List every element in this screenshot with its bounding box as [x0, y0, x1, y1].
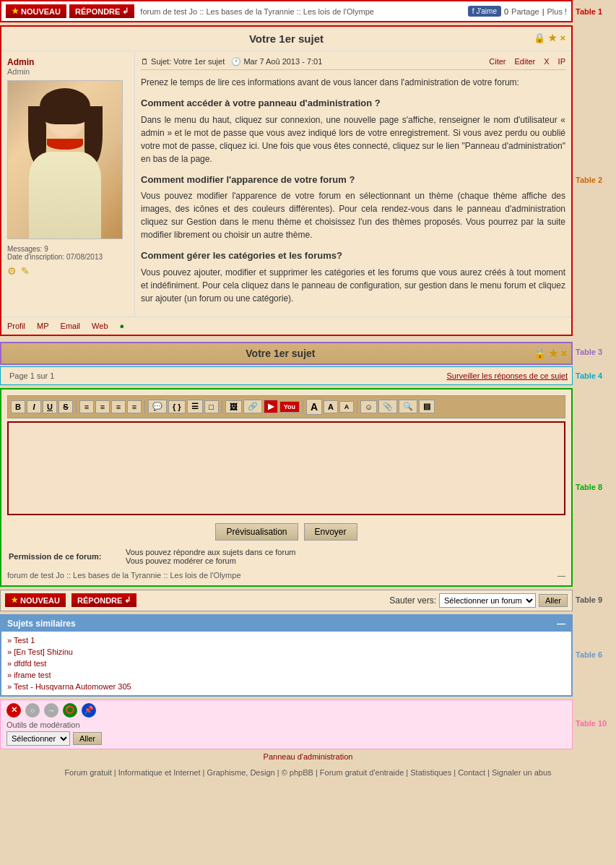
font-small-button[interactable]: A — [339, 401, 354, 413]
align-left-button[interactable]: ≡ — [79, 400, 94, 413]
similar-item-4[interactable]: » Test - Husqvarna Automower 305 — [7, 681, 565, 692]
breadcrumb: forum de test Jo :: Les bases de la Tyra… — [137, 7, 464, 16]
ip-button[interactable]: IP — [558, 57, 565, 66]
email-link[interactable]: Email — [61, 322, 81, 330]
share-button[interactable]: Partage — [511, 7, 539, 16]
online-icon: ● — [120, 322, 125, 330]
similar-item-1[interactable]: » [En Test] Shizinu — [7, 646, 565, 658]
admin-panel-link[interactable]: Panneau d'administration — [0, 749, 616, 764]
table3-label: Table 3 — [576, 348, 602, 356]
plus-button[interactable]: Plus ! — [547, 7, 567, 16]
video-button[interactable]: ▶ — [264, 400, 278, 413]
surveiller-link[interactable]: Surveiller les réponses de ce sujet — [446, 371, 568, 380]
author-role: Admin — [7, 67, 129, 76]
aller-button[interactable]: Aller — [539, 594, 568, 607]
fb-like-button[interactable]: f J'aime — [468, 6, 501, 17]
footer-link-6[interactable]: Contact — [458, 768, 485, 777]
icon-lock2: 🔒 — [534, 348, 546, 359]
similar-item-0[interactable]: » Test 1 — [7, 634, 565, 646]
attachment-button[interactable]: 📎 — [378, 400, 397, 413]
search-button[interactable]: 🔍 — [399, 400, 417, 413]
mod-icon-move[interactable]: → — [44, 703, 58, 718]
table6-label: Table 6 — [576, 650, 602, 659]
table8-label: Table 8 — [576, 483, 602, 491]
quote-button[interactable]: 💬 — [148, 400, 167, 413]
font-color-button[interactable]: A — [324, 400, 338, 413]
strike-button[interactable]: S — [58, 400, 73, 413]
preview-button[interactable]: Prévisualisation — [215, 523, 298, 541]
collapse-button[interactable]: — — [558, 571, 565, 580]
table9-nav: ★ NOUVEAU RÉPONDRE ↲ Sauter vers: Sélect… — [0, 590, 573, 611]
table6-content: » Test 1 » [En Test] Shizinu » dfdfd tes… — [1, 632, 571, 695]
perm-values: Vous pouvez répondre aux sujets dans ce … — [126, 548, 564, 565]
icon-lock: 🔒 — [534, 33, 545, 43]
editor-textarea[interactable] — [7, 421, 565, 515]
link-button[interactable]: 🔗 — [243, 400, 262, 413]
avatar-body — [29, 152, 101, 238]
mod-icon-pin[interactable]: 📌 — [82, 703, 96, 718]
image-button[interactable]: 🖼 — [225, 400, 242, 413]
reply-icon: ↲ — [122, 7, 129, 16]
footer-link-0[interactable]: Forum gratuit — [64, 768, 111, 777]
fb-icon: f — [472, 7, 474, 15]
table9-label: Table 9 — [576, 595, 602, 604]
jump-label: Sauter vers: — [389, 595, 436, 606]
nouveau-button[interactable]: ★ NOUVEAU — [6, 4, 66, 18]
spoiler-button[interactable]: □ — [204, 400, 219, 413]
italic-button[interactable]: I — [27, 400, 41, 413]
delete-button[interactable]: X — [544, 57, 549, 66]
tool-icon-1: ⚙ — [7, 265, 17, 277]
collapse-similar[interactable]: — — [557, 619, 565, 629]
footer-link-7[interactable]: Signaler un abus — [492, 768, 552, 777]
similar-item-3[interactable]: » iframe test — [7, 669, 565, 681]
footer-link-5[interactable]: Statistiques — [410, 768, 451, 777]
mod-icon-approve[interactable]: ⭕ — [63, 703, 77, 718]
footer-link-4[interactable]: Forum gratuit d'entraide — [320, 768, 404, 777]
send-button[interactable]: Envoyer — [304, 523, 357, 541]
repondre-button[interactable]: RÉPONDRE ↲ — [69, 4, 134, 18]
align-center-button[interactable]: ≡ — [95, 400, 110, 413]
underline-button[interactable]: U — [43, 400, 57, 413]
mp-link[interactable]: MP — [37, 322, 49, 330]
align-right-button[interactable]: ≡ — [111, 400, 126, 413]
post-actions[interactable]: Citer Editer X IP — [489, 57, 565, 66]
icon-bookmark: ★ — [548, 33, 557, 43]
table4-inner: Page 1 sur 1 Surveiller les réponses de … — [1, 367, 572, 384]
mod-icon-lock[interactable]: ○ — [25, 703, 40, 718]
jump-select[interactable]: Sélectionner un forum — [439, 593, 536, 608]
footer-link-3[interactable]: © phpBB — [282, 768, 313, 777]
fb-count: 0 — [504, 7, 508, 16]
permissions-area: Permission de ce forum: Vous pouvez répo… — [7, 546, 565, 567]
bold-button[interactable]: B — [11, 400, 25, 413]
cite-button[interactable]: Citer — [489, 57, 506, 66]
youtube-button[interactable]: You — [279, 401, 300, 413]
more-button[interactable]: ▤ — [419, 400, 435, 413]
footer-link-1[interactable]: Informatique et Internet — [118, 768, 201, 777]
post-left-panel: Admin Admin Messages: 9 Date d' — [1, 51, 135, 317]
sep3 — [222, 400, 222, 413]
editer-button[interactable]: Editer — [515, 57, 536, 66]
code-button[interactable]: { } — [168, 400, 186, 413]
profil-link[interactable]: Profil — [7, 322, 25, 330]
breadcrumb-bottom-text: forum de test Jo :: Les bases de la Tyra… — [7, 571, 241, 580]
mod-icon-delete[interactable]: ✕ — [6, 703, 21, 718]
mod-aller-button[interactable]: Aller — [73, 732, 102, 745]
align-justify-button[interactable]: ≡ — [127, 400, 142, 413]
emoji-button[interactable]: ☺ — [360, 400, 377, 413]
nouveau-button-2[interactable]: ★ NOUVEAU — [5, 593, 66, 607]
post-content: Prenez le temps de lire ces informations… — [141, 76, 565, 305]
table2-post: Votre 1er sujet 🔒 ★ × Admin Admin — [0, 25, 573, 336]
post-title-bar: Votre 1er sujet 🔒 ★ × — [1, 27, 571, 51]
list-button[interactable]: ☰ — [187, 400, 203, 413]
sep5 — [357, 400, 357, 413]
mod-select[interactable]: Sélectionner — [6, 731, 70, 746]
web-link[interactable]: Web — [92, 322, 108, 330]
footer-link-2[interactable]: Graphisme, Design — [207, 768, 275, 777]
table2-label: Table 2 — [576, 176, 602, 184]
page-info: Page 1 sur 1 — [5, 369, 58, 382]
repondre-button-2[interactable]: RÉPONDRE ↲ — [71, 593, 136, 607]
post-stats: Messages: 9 Date d'inscription: 07/08/20… — [7, 245, 129, 261]
similar-item-2[interactable]: » dfdfd test — [7, 658, 565, 669]
font-size-button[interactable]: A — [306, 399, 322, 415]
icon-star2: ★ — [549, 348, 558, 359]
